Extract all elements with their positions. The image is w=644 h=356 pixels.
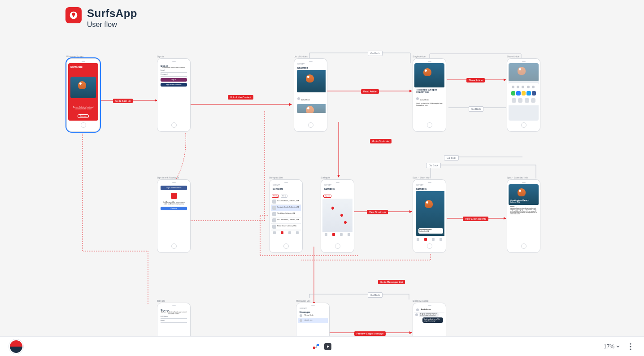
caption-fbsignin: Sign in with Facebook [157, 176, 179, 179]
screen-surfspots-map[interactable]: SURFSAPP Surfspots Map view [321, 179, 354, 253]
user-avatar[interactable] [9, 339, 23, 354]
chevron-down-icon [616, 345, 620, 348]
caption-spot-short: Spot – Short Info [413, 176, 430, 179]
flow-go-messages: Go to Messages List [378, 280, 405, 284]
caption-signup: Sign Up [157, 300, 165, 302]
bottom-toolbar: 17% [0, 336, 644, 356]
flow-read-article: Read Article [361, 89, 379, 94]
more-menu-button[interactable] [626, 342, 635, 351]
caption-smsg: Single Message [413, 300, 429, 302]
share-facebook-icon [532, 91, 536, 96]
flow-goback-4: Go Back [444, 155, 459, 161]
screen-share[interactable] [507, 58, 540, 132]
document-subtitle: User flow [87, 21, 137, 29]
flow-goback-2: Go Back [469, 106, 483, 112]
view-mode-flow-icon[interactable] [313, 343, 320, 350]
zoom-value: 17% [604, 343, 614, 350]
brand-name: SurfsApp [87, 7, 137, 20]
view-mode-present-icon[interactable] [324, 343, 331, 350]
flow-goback-1: Go Back [368, 51, 383, 56]
flow-goback-3: Go Back [426, 163, 441, 168]
flow-view-short: View Short Info [367, 210, 388, 214]
share-messages-icon [511, 91, 515, 96]
svg-point-2 [630, 343, 631, 344]
diagram-canvas[interactable]: SurfsApp User flow [0, 0, 644, 356]
flow-go-signup: Go to Sign-up [113, 99, 133, 103]
flow-unlock: Unlock the Content [228, 95, 253, 100]
flow-goback-5: Go Back [368, 292, 383, 298]
screen-fb-signin[interactable]: Log in with Facebook SurfsApp would like… [157, 179, 191, 253]
zoom-control[interactable]: 17% [604, 343, 620, 350]
flow-view-ext: View Extended Info [463, 217, 488, 221]
screen-article[interactable]: The hottest surf spots voted by you Mich… [413, 58, 446, 132]
screen-signin[interactable]: Sign in Connect with what surfers love m… [157, 58, 191, 132]
svg-rect-0 [313, 347, 315, 349]
caption-messages: Messages List [296, 300, 310, 302]
caption-welcome: Welcome Screen [66, 55, 83, 58]
screen-welcome[interactable]: SurfsApp Discover the best surf spots an… [66, 58, 100, 132]
caption-spot-ext: Spot – Extended Info [507, 176, 528, 179]
caption-spots-list: Surfspots List [269, 176, 283, 179]
share-mail-icon [516, 91, 520, 96]
document-header: SurfsApp User flow [65, 7, 137, 29]
share-notes-icon [522, 91, 526, 96]
svg-rect-1 [317, 344, 319, 346]
screen-surfspots-list[interactable]: SURFSAPP Surfspots Filter bySort by Salt… [269, 179, 303, 253]
caption-spots-map: Surfspots [321, 176, 330, 179]
caption-signin: Sign in [157, 55, 164, 58]
screen-spot-extended[interactable]: Huntington Beach California, USA About H… [507, 179, 540, 253]
caption-article: Single Article [413, 55, 426, 58]
svg-point-4 [630, 348, 631, 350]
flow-go-surfspots: Go to Surfspots [370, 139, 392, 143]
caption-share: Share Article [507, 55, 519, 58]
screen-newsfeed[interactable]: SURFSAPP Newsfeed Michael Smith [294, 58, 327, 132]
screen-spot-short[interactable]: SURFSAPP Surfspots Huntington Beach Cali… [413, 179, 446, 253]
flow-preview-msg: Preview Single Message [354, 331, 386, 336]
svg-point-3 [630, 346, 631, 347]
flow-share: Share Article [466, 78, 485, 82]
share-twitter-icon [527, 91, 531, 96]
caption-newsfeed: List of Articles [294, 55, 308, 58]
brand-logo-icon [65, 7, 82, 23]
